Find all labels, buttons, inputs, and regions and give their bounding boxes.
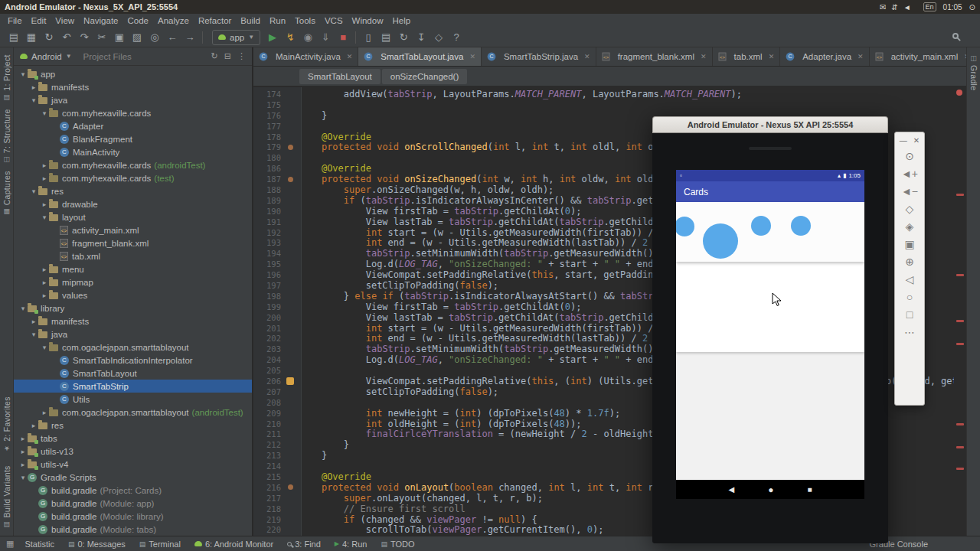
tree-item-smarttabstrip[interactable]: CSmartTabStrip xyxy=(14,380,252,393)
tab-circle-3[interactable] xyxy=(751,216,771,236)
editor-tab-smarttablayout-java[interactable]: CSmartTabLayout.java✕ xyxy=(358,47,482,66)
tab-circle-2[interactable] xyxy=(703,223,738,259)
statusbar-terminal[interactable]: ▤Terminal xyxy=(139,540,181,549)
rotate-right-button[interactable]: ◈ xyxy=(906,221,914,232)
close-tab-icon[interactable]: ✕ xyxy=(701,53,707,60)
tree-item-library[interactable]: ▾library xyxy=(14,302,252,315)
statusbar-todo[interactable]: ▤TODO xyxy=(381,540,414,549)
tree-item-utils-v4[interactable]: ▸utils-v4 xyxy=(14,458,252,471)
copy-icon[interactable]: ▣ xyxy=(112,30,127,45)
sdk-manager-icon[interactable]: ↧ xyxy=(413,30,429,45)
stop-icon[interactable]: ■ xyxy=(335,30,351,45)
avd-manager-icon[interactable]: ▯ xyxy=(361,30,376,45)
search-everywhere-icon[interactable] xyxy=(952,33,959,39)
power-button[interactable]: ⊙ xyxy=(905,151,914,161)
menu-window[interactable]: Window xyxy=(348,16,388,25)
run-icon[interactable]: ▶ xyxy=(265,30,280,45)
tree-item-smarttablayout[interactable]: CSmartTabLayout xyxy=(14,367,252,380)
home-button[interactable]: ● xyxy=(768,484,773,495)
apply-changes-icon[interactable]: ↯ xyxy=(283,30,298,45)
menu-tools[interactable]: Tools xyxy=(290,16,320,25)
device-screen[interactable]: ▫ ▴ ▮ 1:05 Cards ◀ ● ■ xyxy=(676,170,864,499)
tree-item-res[interactable]: ▾res xyxy=(14,184,252,197)
more-button[interactable]: ⋯ xyxy=(904,327,915,337)
tree-item-build-gradle[interactable]: Gbuild.gradle (Module: library) xyxy=(14,510,252,523)
editor-tab-adapter-java[interactable]: CAdapter.java✕ xyxy=(780,47,869,66)
sync-gradle-icon[interactable]: ↻ xyxy=(396,30,411,45)
cut-icon[interactable]: ✂ xyxy=(94,30,109,45)
sync-icon[interactable]: ↻ xyxy=(41,30,57,45)
menu-view[interactable]: View xyxy=(51,16,79,25)
tree-item-layout[interactable]: ▾layout xyxy=(14,210,252,223)
menu-code[interactable]: Code xyxy=(122,16,153,25)
tab-circle-1[interactable] xyxy=(676,217,694,236)
forward-icon[interactable]: → xyxy=(182,30,198,45)
tree-item-mainactivity[interactable]: CMainActivity xyxy=(14,145,252,158)
tree-item-menu[interactable]: ▸menu xyxy=(14,262,252,276)
error-stripe-mark[interactable] xyxy=(956,194,964,196)
tree-item-manifests[interactable]: ▸manifests xyxy=(14,315,252,328)
error-stripe-mark[interactable] xyxy=(956,274,964,276)
find-icon[interactable]: ◎ xyxy=(147,30,162,45)
toolwindow-switcher-icon[interactable]: ▦ xyxy=(6,539,14,549)
close-tab-icon[interactable]: ✕ xyxy=(769,53,775,60)
sync-icon[interactable]: ↻ xyxy=(211,51,218,61)
debug-icon[interactable]: ◉ xyxy=(300,30,315,45)
statusbar-3-find[interactable]: 3: Find xyxy=(287,540,321,549)
tree-item-com-myhexaville-cards[interactable]: ▸com.myhexaville.cards (test) xyxy=(14,171,252,184)
save-all-icon[interactable]: ▦ xyxy=(24,30,39,45)
menu-edit[interactable]: Edit xyxy=(27,16,51,25)
menu-analyze[interactable]: Analyze xyxy=(153,16,194,25)
tree-item-utils[interactable]: CUtils xyxy=(14,393,252,406)
tool-button-2-favorites[interactable]: ★2: Favorites xyxy=(2,396,11,452)
android-monitor-icon[interactable]: ▤ xyxy=(378,30,394,45)
error-stripe[interactable] xyxy=(954,87,966,536)
statusbar-6-android-monitor[interactable]: 6: Android Monitor xyxy=(194,540,273,549)
tray-icon[interactable]: ✉ xyxy=(880,3,886,11)
statusbar-statistic[interactable]: Statistic xyxy=(24,540,54,549)
redo-icon[interactable]: ↷ xyxy=(77,30,92,45)
tray-icon[interactable]: ⇵ xyxy=(891,3,897,11)
attach-debugger-icon[interactable]: ⇓ xyxy=(318,30,333,45)
tree-item-mipmap[interactable]: ▸mipmap xyxy=(14,276,252,289)
error-stripe-mark[interactable] xyxy=(956,468,964,470)
run-configuration-select[interactable]: app ▼ xyxy=(212,30,260,45)
tool-button-1-project[interactable]: ▤1: Project xyxy=(2,54,11,102)
tree-item-manifests[interactable]: ▸manifests xyxy=(14,80,252,93)
menu-refactor[interactable]: Refactor xyxy=(194,16,236,25)
error-stripe-mark[interactable] xyxy=(956,423,964,425)
tree-item-values[interactable]: ▸values xyxy=(14,289,252,302)
tree-item-res[interactable]: ▸res xyxy=(14,419,252,432)
tree-item-fragment-blank-xml[interactable]: <>fragment_blank.xml xyxy=(14,236,252,249)
tree-item-drawable[interactable]: ▸drawable xyxy=(14,197,252,210)
tool-button-gradle[interactable]: ◫Gradle xyxy=(969,54,978,91)
tree-item-com-myhexaville-cards[interactable]: ▾com.myhexaville.cards xyxy=(14,106,252,119)
volume-down-button[interactable]: ◄− xyxy=(901,186,918,197)
zoom-button[interactable]: ⊕ xyxy=(905,256,914,267)
editor-tab-smarttabstrip-java[interactable]: CSmartTabStrip.java✕ xyxy=(482,47,596,66)
tree-item-build-gradle[interactable]: Gbuild.gradle (Project: Cards) xyxy=(14,484,252,497)
tray-icon[interactable]: ◄ xyxy=(903,3,911,11)
tree-item-tabs[interactable]: ▸tabs xyxy=(14,432,252,445)
tray-icons[interactable]: ✉⇵◄ xyxy=(880,3,916,11)
back-button[interactable]: ◁ xyxy=(906,274,914,285)
editor-tab-tab-xml[interactable]: <>tab.xml✕ xyxy=(713,47,781,66)
menu-file[interactable]: File xyxy=(3,16,27,25)
tree-item-utils-v13[interactable]: ▸utils-v13 xyxy=(14,445,252,458)
editor-tab-mainactivity-java[interactable]: CMainActivity.java✕ xyxy=(253,47,358,66)
tree-item-java[interactable]: ▾java xyxy=(14,328,252,341)
collapse-all-icon[interactable]: ⊟ xyxy=(224,51,231,61)
open-icon[interactable]: ▤ xyxy=(6,30,21,45)
tree-item-blankfragment[interactable]: CBlankFragment xyxy=(14,132,252,145)
tree-item-com-ogaclejapan-smarttablayout[interactable]: ▸com.ogaclejapan.smarttablayout (android… xyxy=(14,406,252,419)
code-line[interactable]: 175 xyxy=(253,99,954,110)
clock[interactable]: 01:05 xyxy=(943,3,962,11)
back-button[interactable]: ◀ xyxy=(729,485,735,494)
settings-icon[interactable]: ◇ xyxy=(431,30,446,45)
home-button[interactable]: ○ xyxy=(906,292,913,302)
menu-help[interactable]: Help xyxy=(387,16,415,25)
close-tab-icon[interactable]: ✕ xyxy=(469,53,475,60)
tool-button-7-structure[interactable]: ◫7: Structure xyxy=(2,109,11,164)
back-icon[interactable]: ← xyxy=(165,30,180,45)
close-tab-icon[interactable]: ✕ xyxy=(858,53,864,60)
